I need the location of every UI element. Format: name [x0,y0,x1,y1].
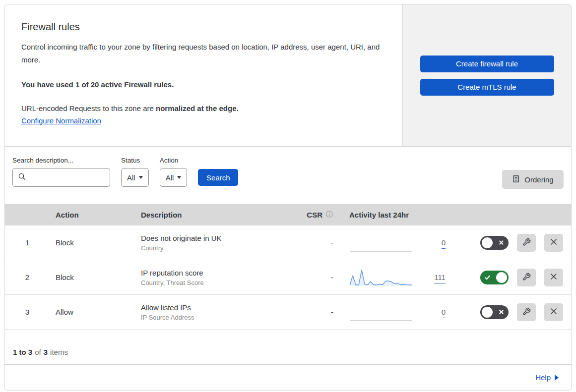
activity-count-link[interactable]: 0 [442,238,446,247]
table-row: 2 Block IP reputation score Country, Thr… [5,260,571,295]
create-mtls-rule-button[interactable]: Create mTLS rule [420,79,554,96]
table-row: 1 Block Does not originate in UK Country… [5,225,571,260]
ordering-button-label: Ordering [524,175,553,184]
edit-rule-button[interactable] [517,269,536,286]
rule-description-cell: Does not originate in UK Country [136,234,294,252]
activity-sparkline [349,233,414,253]
edit-rule-button[interactable] [517,303,536,321]
rule-fields: Country [141,244,294,252]
action-dropdown[interactable]: All [160,168,188,187]
column-csr: CSR [294,210,338,220]
delete-rule-button[interactable] [544,234,563,252]
check-icon [484,274,491,282]
normalization-note: URL-encoded Requests to this zone are no… [21,103,383,114]
search-icon [18,172,26,183]
chevron-down-icon [177,176,181,179]
activity-sparkline [349,268,414,287]
rule-description: Does not originate in UK [141,234,294,242]
rule-activity-cell: 111 [338,268,448,287]
rule-number: 2 [5,273,50,281]
toggle-knob [496,272,507,283]
close-icon [549,237,558,248]
column-description: Description [136,211,294,219]
x-icon [498,308,505,317]
rule-controls [448,269,571,286]
rule-action: Allow [50,308,136,316]
edit-rule-button[interactable] [517,234,536,252]
column-activity: Activity last 24hr [338,211,448,219]
rule-description: Allow listed IPs [141,303,294,312]
pagination-total: 3 [44,348,48,356]
help-bar: Help [5,365,571,390]
page-description: Control incoming traffic to your zone by… [21,41,383,66]
help-link-label: Help [535,373,551,382]
list-document-icon [512,175,520,184]
status-dropdown-value: All [127,173,135,182]
header-text-block: Firewall rules Control incoming traffic … [5,4,402,146]
pagination-status: 1 to 3 of 3 items [5,330,571,365]
column-action: Action [50,211,136,219]
ordering-button[interactable]: Ordering [502,170,564,189]
normalization-text: URL-encoded Requests to this zone are [21,104,156,112]
pagination-of: of [35,348,41,356]
pagination-range: 1 to 3 [13,348,32,356]
toggle-knob [482,237,493,248]
header-actions-panel: Create firewall rule Create mTLS rule [402,4,571,146]
toggle-knob [482,307,493,318]
close-icon [549,272,558,282]
delete-rule-button[interactable] [544,303,563,321]
search-input[interactable] [29,173,119,181]
wrench-icon [522,238,531,248]
filter-bar: Search description... Status All Action [5,147,571,204]
rule-controls [448,234,571,252]
configure-normalization-link[interactable]: Configure Normalization [21,116,101,125]
info-icon[interactable] [325,210,333,220]
rule-number: 1 [5,238,50,247]
page-title: Firewall rules [21,21,383,33]
chevron-right-icon [555,375,559,381]
search-button[interactable]: Search [198,169,238,186]
rule-fields: Country, Threat Score [141,279,294,286]
wrench-icon [522,273,531,282]
column-csr-label: CSR [307,211,322,219]
status-dropdown[interactable]: All [121,168,149,187]
action-label: Action [160,157,188,164]
rule-csr: - [294,238,338,247]
rule-description-cell: Allow listed IPs IP Source Address [136,303,294,321]
rule-action: Block [50,238,136,247]
create-firewall-rule-button[interactable]: Create firewall rule [420,56,554,72]
rule-csr: - [294,273,338,281]
table-header: Action Description CSR Activity last 24h… [5,204,571,225]
activity-count-link[interactable]: 0 [442,308,446,317]
activity-count-link[interactable]: 111 [434,273,446,282]
rule-enabled-toggle[interactable] [480,305,509,319]
rule-action: Block [50,273,136,281]
help-link[interactable]: Help [535,373,559,382]
rule-enabled-toggle[interactable] [480,271,509,284]
usage-summary: You have used 1 of 20 active Firewall ru… [21,80,383,89]
x-icon [498,239,505,248]
search-label: Search description... [12,157,110,164]
rule-fields: IP Source Address [141,314,294,321]
table-row: 3 Allow Allow listed IPs IP Source Addre… [5,295,571,330]
search-box[interactable] [12,168,110,187]
chevron-down-icon [139,176,143,179]
rule-number: 3 [5,308,50,316]
rule-controls [448,303,571,321]
status-label: Status [121,157,149,164]
activity-sparkline [349,302,414,322]
firewall-rules-panel: Firewall rules Control incoming traffic … [4,4,572,391]
delete-rule-button[interactable] [544,269,563,286]
close-icon [549,307,558,317]
rule-description-cell: IP reputation score Country, Threat Scor… [136,269,294,286]
header-section: Firewall rules Control incoming traffic … [5,4,571,147]
wrench-icon [522,307,531,317]
normalization-bold: normalized at the edge. [156,104,239,112]
rule-enabled-toggle[interactable] [480,236,509,250]
rule-activity-cell: 0 [338,233,448,253]
rule-description: IP reputation score [141,269,294,277]
action-dropdown-value: All [166,173,174,182]
rule-activity-cell: 0 [338,302,448,322]
pagination-items: items [50,348,68,356]
rule-csr: - [294,308,338,316]
